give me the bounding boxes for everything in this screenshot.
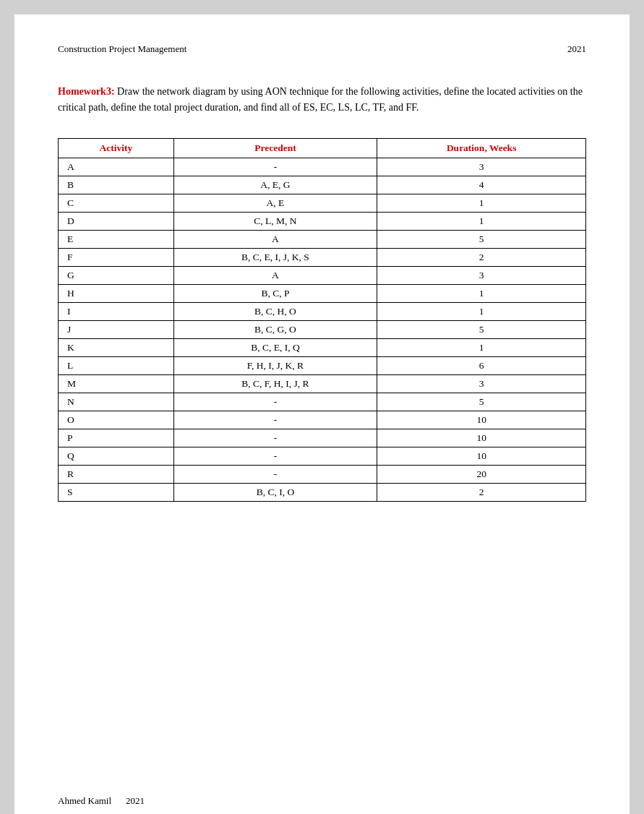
header-title: Construction Project Management [58, 43, 186, 55]
cell-duration: 10 [377, 447, 586, 465]
cell-precedent: B, C, G, O [173, 320, 377, 338]
cell-precedent: - [173, 158, 377, 176]
cell-duration: 2 [377, 248, 586, 266]
table-row: KB, C, E, I, Q1 [59, 338, 586, 356]
cell-duration: 10 [377, 429, 586, 447]
cell-activity: S [59, 483, 174, 501]
table-row: O-10 [59, 411, 586, 429]
table-row: IB, C, H, O1 [59, 302, 586, 320]
cell-precedent: C, L, M, N [173, 212, 377, 230]
homework-text: Draw the network diagram by using AON te… [58, 86, 583, 113]
cell-precedent: A, E, G [173, 176, 377, 194]
cell-precedent: B, C, F, H, I, J, R [173, 374, 377, 393]
header-year: 2021 [567, 43, 586, 55]
cell-duration: 6 [377, 356, 586, 374]
cell-activity: Q [59, 447, 174, 465]
cell-precedent: F, H, I, J, K, R [173, 356, 377, 374]
cell-duration: 1 [377, 302, 586, 320]
col-header-precedent: Precedent [173, 138, 377, 158]
cell-duration: 20 [377, 465, 586, 483]
table-row: MB, C, F, H, I, J, R3 [59, 374, 586, 393]
table-row: JB, C, G, O5 [59, 320, 586, 338]
table-header-row: Activity Precedent Duration, Weeks [59, 138, 586, 158]
footer-author: Ahmed Kamil [58, 795, 111, 807]
page-footer: Ahmed Kamil 2021 [58, 795, 145, 807]
cell-activity: H [59, 284, 174, 302]
table-row: GA3 [59, 266, 586, 284]
col-header-duration: Duration, Weeks [377, 138, 586, 158]
activity-table: Activity Precedent Duration, Weeks A-3BA… [58, 138, 586, 502]
cell-activity: P [59, 429, 174, 447]
cell-duration: 3 [377, 158, 586, 176]
cell-activity: C [59, 194, 174, 212]
cell-precedent: - [173, 465, 377, 483]
table-row: SB, C, I, O2 [59, 483, 586, 501]
cell-precedent: A, E [173, 194, 377, 212]
cell-precedent: B, C, E, I, Q [173, 338, 377, 356]
homework-section: Homework3: Draw the network diagram by u… [58, 84, 586, 116]
cell-activity: M [59, 374, 174, 393]
cell-duration: 5 [377, 320, 586, 338]
cell-duration: 2 [377, 483, 586, 501]
cell-activity: B [59, 176, 174, 194]
cell-duration: 3 [377, 266, 586, 284]
table-row: BA, E, G4 [59, 176, 586, 194]
table-row: R-20 [59, 465, 586, 483]
cell-duration: 10 [377, 411, 586, 429]
cell-duration: 1 [377, 212, 586, 230]
cell-duration: 1 [377, 338, 586, 356]
cell-precedent: B, C, H, O [173, 302, 377, 320]
cell-duration: 1 [377, 194, 586, 212]
cell-precedent: - [173, 393, 377, 411]
cell-precedent: - [173, 447, 377, 465]
cell-activity: O [59, 411, 174, 429]
cell-precedent: A [173, 266, 377, 284]
cell-duration: 4 [377, 176, 586, 194]
footer-year: 2021 [126, 795, 145, 807]
page: Construction Project Management 2021 Hom… [14, 14, 630, 814]
homework-label: Homework3: [58, 86, 115, 97]
cell-activity: F [59, 248, 174, 266]
table-row: A-3 [59, 158, 586, 176]
cell-activity: I [59, 302, 174, 320]
table-row: CA, E1 [59, 194, 586, 212]
page-header: Construction Project Management 2021 [58, 43, 586, 55]
cell-duration: 5 [377, 393, 586, 411]
table-row: EA5 [59, 230, 586, 248]
cell-activity: R [59, 465, 174, 483]
cell-activity: D [59, 212, 174, 230]
table-row: HB, C, P1 [59, 284, 586, 302]
col-header-activity: Activity [59, 138, 174, 158]
cell-precedent: B, C, I, O [173, 483, 377, 501]
table-row: N-5 [59, 393, 586, 411]
cell-precedent: - [173, 411, 377, 429]
cell-precedent: A [173, 230, 377, 248]
table-row: DC, L, M, N1 [59, 212, 586, 230]
table-row: FB, C, E, I, J, K, S2 [59, 248, 586, 266]
cell-precedent: B, C, P [173, 284, 377, 302]
table-container: Activity Precedent Duration, Weeks A-3BA… [58, 138, 586, 502]
cell-activity: E [59, 230, 174, 248]
cell-activity: G [59, 266, 174, 284]
cell-activity: A [59, 158, 174, 176]
cell-precedent: B, C, E, I, J, K, S [173, 248, 377, 266]
cell-activity: L [59, 356, 174, 374]
cell-activity: J [59, 320, 174, 338]
cell-activity: N [59, 393, 174, 411]
cell-activity: K [59, 338, 174, 356]
cell-duration: 5 [377, 230, 586, 248]
cell-precedent: - [173, 429, 377, 447]
cell-duration: 1 [377, 284, 586, 302]
table-row: Q-10 [59, 447, 586, 465]
table-row: P-10 [59, 429, 586, 447]
cell-duration: 3 [377, 374, 586, 393]
table-row: LF, H, I, J, K, R6 [59, 356, 586, 374]
